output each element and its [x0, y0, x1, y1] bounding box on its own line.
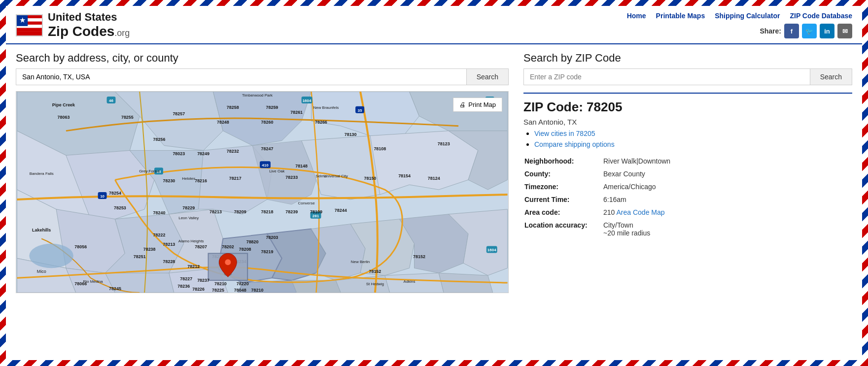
- svg-text:1604: 1604: [487, 248, 496, 252]
- zip-search-button[interactable]: Search: [810, 68, 852, 85]
- svg-text:78251: 78251: [134, 254, 146, 259]
- zip-code-title: ZIP Code: 78205: [523, 100, 852, 115]
- svg-text:78217: 78217: [229, 176, 242, 181]
- svg-text:78209: 78209: [234, 209, 246, 214]
- svg-text:Pipe Creek: Pipe Creek: [52, 102, 75, 107]
- share-facebook-button[interactable]: f: [784, 24, 799, 38]
- area-code-map-link[interactable]: Area Code Map: [616, 208, 664, 216]
- svg-text:Lakehills: Lakehills: [32, 228, 51, 233]
- svg-rect-6: [17, 31, 42, 35]
- map-area: 10 35 410 46 1604 46 281: [16, 92, 508, 293]
- svg-text:78256: 78256: [153, 137, 166, 142]
- nav-printable-maps[interactable]: Printable Maps: [656, 12, 705, 20]
- svg-text:410: 410: [262, 163, 269, 167]
- svg-text:78202: 78202: [222, 244, 234, 249]
- svg-text:78208: 78208: [239, 247, 251, 252]
- svg-text:78254: 78254: [109, 191, 121, 196]
- svg-text:78239: 78239: [285, 209, 298, 214]
- main-content: Search by address, city, or county Searc…: [6, 44, 862, 300]
- zip-search-row: Search: [523, 68, 852, 85]
- zip-search-section: Search by ZIP Code Search: [523, 52, 852, 85]
- svg-text:78233: 78233: [285, 175, 298, 180]
- svg-text:Adkins: Adkins: [404, 279, 416, 284]
- table-row: Current Time: 6:16am: [523, 193, 852, 206]
- svg-text:78218: 78218: [261, 209, 274, 214]
- svg-text:78255: 78255: [121, 115, 134, 120]
- nav-zip-database[interactable]: ZIP Code Database: [790, 12, 852, 20]
- table-row: Neighborhood: River Walk|Downtown: [523, 155, 852, 167]
- svg-text:78820: 78820: [246, 239, 259, 244]
- map-svg: 10 35 410 46 1604 46 281: [16, 92, 508, 293]
- nav-shipping-calculator[interactable]: Shipping Calculator: [715, 12, 780, 20]
- logo-area: ★ United States Zip Codes.org: [16, 11, 130, 39]
- svg-text:Rio Medina: Rio Medina: [83, 279, 104, 284]
- svg-point-146: [225, 259, 231, 265]
- share-email-button[interactable]: ✉: [837, 24, 852, 38]
- table-row: County: Bexar County: [523, 167, 852, 180]
- current-time-value: 6:16am: [602, 193, 852, 206]
- svg-text:78259: 78259: [266, 105, 278, 110]
- nav-home[interactable]: Home: [627, 12, 646, 20]
- svg-text:78212: 78212: [187, 264, 200, 269]
- timezone-value: America/Chicago: [602, 180, 852, 193]
- svg-text:78123: 78123: [438, 141, 450, 146]
- zip-link-item: Compare shipping options: [534, 140, 852, 149]
- share-linkedin-button[interactable]: in: [820, 24, 834, 38]
- table-row: Area code: 210 Area Code Map: [523, 206, 852, 219]
- svg-text:78249: 78249: [197, 151, 209, 156]
- svg-text:78023: 78023: [173, 151, 185, 156]
- svg-text:78247: 78247: [261, 146, 274, 151]
- svg-text:78236: 78236: [177, 284, 190, 289]
- svg-rect-5: [17, 28, 42, 31]
- svg-text:281: 281: [312, 214, 319, 218]
- svg-text:78148: 78148: [295, 164, 308, 168]
- table-row: Timezone: America/Chicago: [523, 180, 852, 193]
- nav-links: Home Printable Maps Shipping Calculator …: [627, 12, 852, 20]
- svg-text:78048: 78048: [234, 288, 246, 293]
- zip-links: View cities in 78205 Compare shipping op…: [523, 129, 852, 149]
- print-map-button[interactable]: 🖨 Print Map: [453, 98, 502, 112]
- svg-text:78258: 78258: [227, 105, 239, 110]
- svg-text:Universal City: Universal City: [324, 174, 348, 178]
- zip-info: ZIP Code: 78205 San Antonio, TX View cit…: [523, 93, 852, 239]
- svg-text:★: ★: [19, 16, 26, 24]
- svg-text:Bandera Falls: Bandera Falls: [30, 171, 54, 176]
- svg-text:78108: 78108: [374, 146, 386, 151]
- svg-text:78227: 78227: [180, 276, 192, 281]
- svg-text:78222: 78222: [153, 233, 166, 237]
- address-search-input[interactable]: [16, 68, 466, 85]
- svg-text:78266: 78266: [315, 120, 327, 125]
- svg-text:78150: 78150: [364, 176, 376, 181]
- logo-line2: Zip Codes.org: [48, 24, 130, 39]
- svg-text:Helotes: Helotes: [182, 176, 195, 181]
- svg-text:78226: 78226: [192, 287, 205, 292]
- svg-text:78232: 78232: [227, 149, 239, 154]
- svg-text:78261: 78261: [290, 110, 303, 115]
- compare-shipping-link[interactable]: Compare shipping options: [534, 140, 615, 148]
- svg-point-147: [29, 243, 73, 268]
- svg-text:78257: 78257: [173, 111, 185, 116]
- zip-city: San Antonio, TX: [523, 118, 852, 126]
- svg-text:78229: 78229: [182, 205, 195, 210]
- zip-search-input[interactable]: [523, 68, 810, 85]
- view-cities-link[interactable]: View cities in 78205: [534, 130, 595, 137]
- location-accuracy-value: City/Town ~20 mile radius: [602, 219, 852, 239]
- svg-text:Converse: Converse: [298, 201, 315, 205]
- svg-text:78245: 78245: [109, 286, 121, 291]
- svg-text:78056: 78056: [74, 244, 87, 249]
- map-container: 10 35 410 46 1604 46 281: [16, 91, 509, 293]
- svg-text:78228: 78228: [163, 259, 175, 264]
- share-twitter-button[interactable]: 🐦: [802, 24, 817, 38]
- svg-text:Mico: Mico: [37, 269, 46, 274]
- svg-text:78213: 78213: [209, 209, 222, 214]
- svg-text:78152: 78152: [369, 269, 381, 274]
- logo-line1: United States: [48, 11, 130, 24]
- svg-text:78154: 78154: [398, 173, 411, 178]
- svg-text:78210: 78210: [251, 288, 264, 293]
- location-accuracy-label: Location accuracy:: [523, 219, 602, 239]
- svg-text:78219: 78219: [261, 249, 274, 254]
- address-search-button[interactable]: Search: [466, 68, 509, 85]
- svg-text:78238: 78238: [143, 247, 156, 252]
- zip-link-item: View cities in 78205: [534, 129, 852, 138]
- svg-text:35: 35: [358, 108, 362, 113]
